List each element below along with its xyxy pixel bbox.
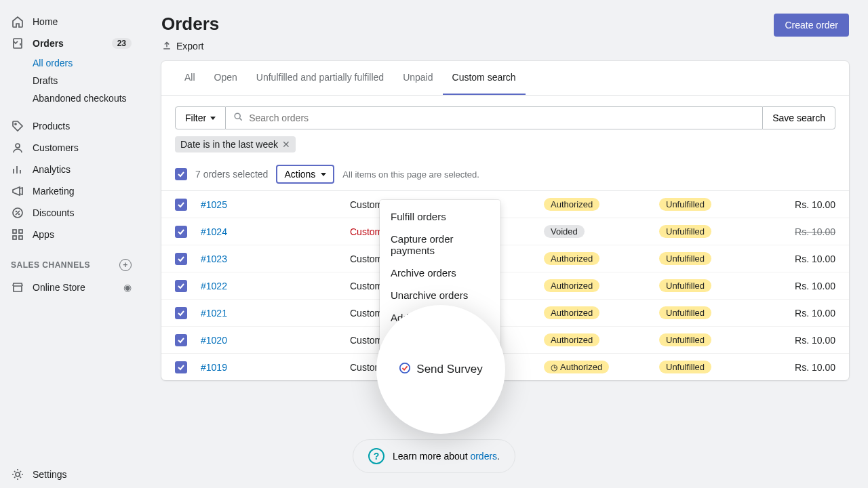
help-icon: ? <box>368 448 384 464</box>
nav-apps[interactable]: Apps <box>0 224 142 245</box>
person-icon <box>11 141 24 155</box>
order-id[interactable]: #1020 <box>201 335 248 346</box>
caret-down-icon <box>210 117 216 120</box>
row-checkbox[interactable] <box>175 361 187 373</box>
nav-home[interactable]: Home <box>0 11 142 33</box>
row-checkbox[interactable] <box>175 280 187 292</box>
save-search-button[interactable]: Save search <box>762 106 835 129</box>
table-row[interactable]: #1024CustomerVoidedUnfulfilledRs. 10.00 <box>161 218 849 245</box>
nav-analytics[interactable]: Analytics <box>0 159 142 180</box>
nav-online-store[interactable]: Online Store ◉ <box>0 277 142 298</box>
order-id[interactable]: #1019 <box>201 362 248 373</box>
zoom-text[interactable]: Send Survey <box>416 363 482 376</box>
learn-more-link[interactable]: orders <box>470 451 497 462</box>
order-id[interactable]: #1022 <box>201 281 248 291</box>
row-checkbox[interactable] <box>175 199 187 211</box>
nav-orders-label: Orders <box>33 38 64 49</box>
order-amount: Rs. 10.00 <box>774 362 835 373</box>
fulfillment-status: Unfulfilled <box>659 333 711 346</box>
tab-open[interactable]: Open <box>205 61 247 95</box>
page-title: Orders <box>161 14 219 35</box>
create-order-button[interactable]: Create order <box>774 14 849 37</box>
search-box[interactable] <box>226 106 762 129</box>
order-id[interactable]: #1023 <box>201 253 248 264</box>
sales-channels-header: SALES CHANNELS + <box>0 245 142 277</box>
order-id[interactable]: #1024 <box>201 226 248 237</box>
tab-unfulfilled[interactable]: Unfulfilled and partially fulfilled <box>247 61 393 95</box>
nav-marketing-label: Marketing <box>33 186 74 197</box>
order-id[interactable]: #1025 <box>201 199 248 210</box>
sub-abandoned[interactable]: Abandoned checkouts <box>0 89 142 107</box>
eye-icon[interactable]: ◉ <box>123 282 132 293</box>
tab-custom[interactable]: Custom search <box>443 61 526 95</box>
store-icon <box>11 281 24 294</box>
order-amount: Rs. 10.00 <box>774 226 835 237</box>
nav-discounts[interactable]: Discounts <box>0 202 142 224</box>
table-row[interactable]: #1021CustomerAuthorizedUnfulfilledRs. 10… <box>161 300 849 327</box>
dropdown-fulfill[interactable]: Fulfill orders <box>380 205 500 228</box>
survey-app-icon <box>399 362 411 378</box>
order-amount: Rs. 10.00 <box>774 199 835 210</box>
order-amount: Rs. 10.00 <box>774 335 835 346</box>
nav-customers[interactable]: Customers <box>0 137 142 159</box>
svg-point-10 <box>16 472 20 476</box>
sub-drafts[interactable]: Drafts <box>0 72 142 89</box>
svg-point-2 <box>16 144 20 148</box>
nav-settings-label: Settings <box>33 469 67 480</box>
nav-settings[interactable]: Settings <box>0 461 142 488</box>
tab-all[interactable]: All <box>175 61 205 95</box>
table-row[interactable]: #1022CustomerAuthorizedUnfulfilledRs. 10… <box>161 272 849 300</box>
fulfillment-status: Unfulfilled <box>659 361 711 373</box>
nav-home-label: Home <box>33 16 58 27</box>
nav-apps-label: Apps <box>33 229 54 240</box>
order-id[interactable]: #1021 <box>201 308 248 319</box>
row-checkbox[interactable] <box>175 334 187 346</box>
svg-point-12 <box>400 363 410 372</box>
payment-status: Authorized <box>544 279 599 292</box>
payment-status: Voided <box>544 225 585 238</box>
dropdown-archive[interactable]: Archive orders <box>380 262 500 284</box>
nav-customers-label: Customers <box>33 142 79 153</box>
svg-point-5 <box>19 214 20 215</box>
filter-chip[interactable]: Date is in the last week ✕ <box>175 136 296 152</box>
filter-button[interactable]: Filter <box>175 106 226 129</box>
row-checkbox[interactable] <box>175 226 187 238</box>
svg-rect-6 <box>13 230 16 233</box>
export-icon <box>161 41 172 52</box>
tab-unpaid[interactable]: Unpaid <box>393 61 442 95</box>
payment-status: Authorized <box>544 333 599 346</box>
discount-icon <box>11 206 24 220</box>
row-checkbox[interactable] <box>175 307 187 319</box>
orders-card: All Open Unfulfilled and partially fulfi… <box>161 61 849 380</box>
svg-rect-9 <box>19 236 22 239</box>
table-row[interactable]: #1025CustomerAuthorizedUnfulfilledRs. 10… <box>161 191 849 218</box>
table-row[interactable]: #1019CustomerAuthorizedUnfulfilledRs. 10… <box>161 354 849 380</box>
nav-products[interactable]: Products <box>0 115 142 137</box>
svg-point-11 <box>235 113 240 119</box>
export-button[interactable]: Export <box>161 41 849 52</box>
nav-orders[interactable]: Orders 23 <box>0 33 142 54</box>
svg-rect-8 <box>13 236 16 239</box>
tag-icon <box>11 119 24 133</box>
orders-badge: 23 <box>112 38 132 49</box>
payment-status: Authorized <box>544 361 609 373</box>
nav-marketing[interactable]: Marketing <box>0 180 142 202</box>
fulfillment-status: Unfulfilled <box>659 225 711 238</box>
fulfillment-status: Unfulfilled <box>659 279 711 292</box>
table-row[interactable]: #1023CustomerAuthorizedUnfulfilledRs. 10… <box>161 245 849 272</box>
chip-remove-icon[interactable]: ✕ <box>282 139 290 150</box>
actions-button[interactable]: Actions <box>276 165 334 184</box>
dropdown-unarchive[interactable]: Unarchive orders <box>380 284 500 306</box>
fulfillment-status: Unfulfilled <box>659 306 711 319</box>
dropdown-capture[interactable]: Capture order payments <box>380 228 500 262</box>
sub-all-orders[interactable]: All orders <box>0 54 142 72</box>
search-input[interactable] <box>246 107 755 129</box>
svg-point-4 <box>16 211 17 212</box>
fulfillment-status: Unfulfilled <box>659 252 711 265</box>
row-checkbox[interactable] <box>175 253 187 265</box>
main: Orders Create order Export All Open Unfu… <box>142 0 868 488</box>
add-channel-icon[interactable]: + <box>119 259 132 271</box>
home-icon <box>11 15 24 28</box>
table-row[interactable]: #1020CustomerAuthorizedUnfulfilledRs. 10… <box>161 327 849 354</box>
select-all-checkbox[interactable] <box>175 168 187 180</box>
